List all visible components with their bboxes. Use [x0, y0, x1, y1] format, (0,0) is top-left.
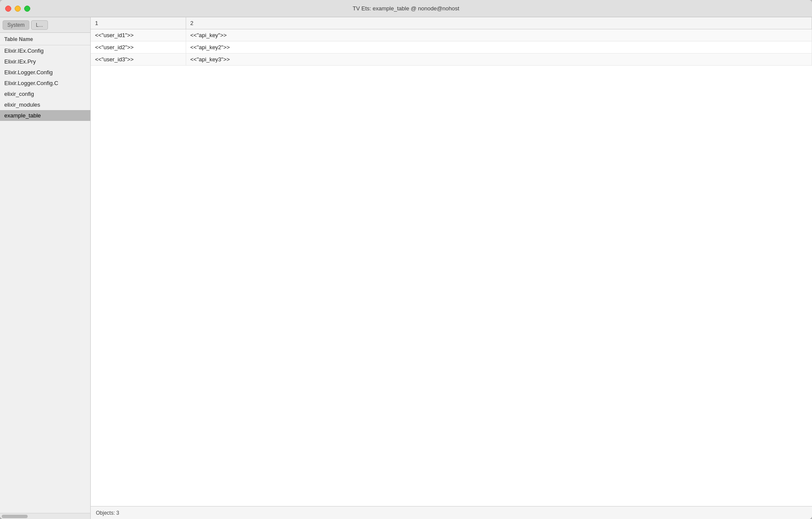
data-table[interactable]: 12 <<"user_id1">><<"api_key">><<"user_id… [91, 17, 812, 506]
traffic-lights [5, 6, 30, 12]
sidebar: System L... Table Name Elixir.IEx.Config… [0, 17, 91, 519]
minimize-button[interactable] [15, 6, 21, 12]
window-title: TV Ets: example_table @ nonode@nohost [353, 5, 460, 12]
system-button[interactable]: System [3, 20, 29, 30]
table-cell-col1: <<"user_id2">> [91, 41, 186, 54]
sidebar-item-2[interactable]: Elixir.Logger.Config [0, 67, 90, 78]
objects-count: Objects: 3 [96, 510, 119, 516]
close-button[interactable] [5, 6, 11, 12]
table-cell-col2: <<"api_key2">> [186, 41, 812, 54]
app-content: System L... Table Name Elixir.IEx.Config… [0, 17, 812, 519]
table-cell-col2: <<"api_key3">> [186, 54, 812, 66]
ets-table: 12 <<"user_id1">><<"api_key">><<"user_id… [91, 17, 812, 66]
sidebar-toolbar: System L... [0, 17, 90, 33]
sidebar-header: Table Name [0, 33, 90, 45]
sidebar-list: Elixir.IEx.ConfigElixir.IEx.PryElixir.Lo… [0, 45, 90, 513]
table-row[interactable]: <<"user_id2">><<"api_key2">> [91, 41, 812, 54]
table-cell-col1: <<"user_id1">> [91, 29, 186, 41]
table-cell-col1: <<"user_id3">> [91, 54, 186, 66]
table-header-col2: 2 [186, 17, 812, 29]
sidebar-item-6[interactable]: example_table [0, 110, 90, 121]
sidebar-item-4[interactable]: elixir_config [0, 89, 90, 99]
log-button[interactable]: L... [31, 20, 48, 30]
table-row[interactable]: <<"user_id1">><<"api_key">> [91, 29, 812, 41]
main-content: 12 <<"user_id1">><<"api_key">><<"user_id… [91, 17, 812, 519]
sidebar-scrollbar[interactable] [0, 513, 90, 519]
scrollbar-thumb[interactable] [2, 515, 28, 518]
table-cell-col2: <<"api_key">> [186, 29, 812, 41]
sidebar-item-0[interactable]: Elixir.IEx.Config [0, 45, 90, 56]
status-bar: Objects: 3 [91, 506, 812, 519]
table-body: <<"user_id1">><<"api_key">><<"user_id2">… [91, 29, 812, 66]
title-bar: TV Ets: example_table @ nonode@nohost [0, 0, 812, 17]
table-row[interactable]: <<"user_id3">><<"api_key3">> [91, 54, 812, 66]
main-window: TV Ets: example_table @ nonode@nohost Sy… [0, 0, 812, 519]
table-header-col1: 1 [91, 17, 186, 29]
maximize-button[interactable] [24, 6, 30, 12]
sidebar-item-5[interactable]: elixir_modules [0, 99, 90, 110]
sidebar-item-3[interactable]: Elixir.Logger.Config.C [0, 78, 90, 89]
sidebar-item-1[interactable]: Elixir.IEx.Pry [0, 56, 90, 67]
table-header-row: 12 [91, 17, 812, 29]
